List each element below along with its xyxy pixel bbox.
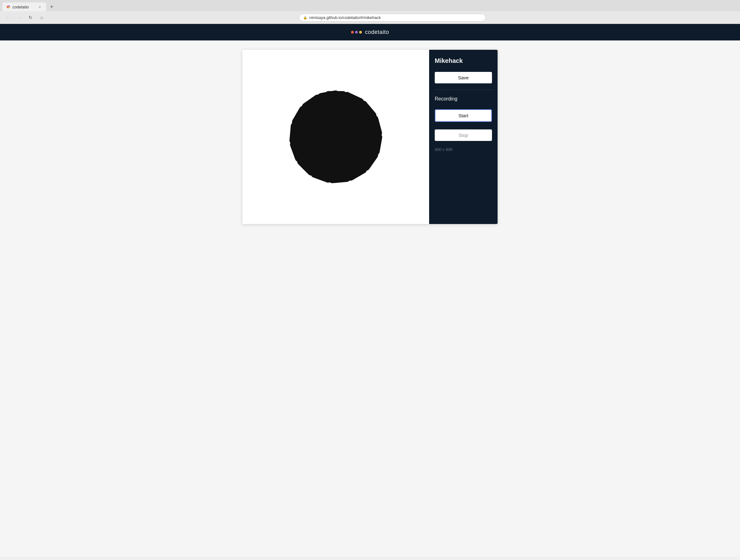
site-logo: codetaito bbox=[351, 29, 389, 35]
artwork-canvas bbox=[261, 62, 410, 211]
logo-dots bbox=[351, 31, 362, 33]
main-content: Mikehack Save Recording Start Stop 600 x… bbox=[0, 40, 740, 557]
save-button[interactable]: Save bbox=[435, 72, 492, 83]
sidebar-divider bbox=[435, 90, 492, 90]
browser-chrome: codetaito × + ← → ↻ ⌂ 🔒 nimisaya.github.… bbox=[0, 0, 740, 24]
app-container: Mikehack Save Recording Start Stop 600 x… bbox=[243, 50, 497, 224]
forward-button[interactable]: → bbox=[15, 13, 24, 22]
logo-dot-red bbox=[351, 31, 354, 33]
lock-icon: 🔒 bbox=[303, 15, 307, 20]
site-title: codetaito bbox=[365, 29, 389, 35]
refresh-button[interactable]: ↻ bbox=[26, 13, 35, 22]
address-bar[interactable]: 🔒 nimisaya.github.io/codetaito/#/mikehac… bbox=[299, 14, 486, 21]
url-text: nimisaya.github.io/codetaito/#/mikehack bbox=[309, 15, 381, 20]
site-footer: © Amanda Jarvinen, 2021 🌟 bbox=[0, 557, 740, 560]
tab-title: codetaito bbox=[12, 5, 29, 9]
canvas-area bbox=[243, 50, 429, 224]
flower-artwork bbox=[277, 78, 395, 196]
recording-label: Recording bbox=[435, 96, 492, 102]
tab-close-button[interactable]: × bbox=[37, 4, 42, 9]
canvas-size-label: 600 x 600 bbox=[435, 147, 492, 152]
logo-dot-purple bbox=[355, 31, 358, 33]
start-recording-button[interactable]: Start bbox=[435, 109, 492, 122]
flower-petals bbox=[289, 90, 383, 184]
new-tab-button[interactable]: + bbox=[47, 2, 56, 11]
tab-favicon bbox=[6, 5, 11, 9]
back-button[interactable]: ← bbox=[4, 13, 12, 22]
svg-point-18 bbox=[305, 106, 367, 168]
logo-dot-yellow bbox=[359, 31, 362, 33]
tab-bar: codetaito × + bbox=[0, 0, 740, 11]
sidebar-project-title: Mikehack bbox=[435, 57, 492, 65]
address-bar-row: ← → ↻ ⌂ 🔒 nimisaya.github.io/codetaito/#… bbox=[0, 11, 740, 24]
site-header: codetaito bbox=[0, 24, 740, 40]
home-button[interactable]: ⌂ bbox=[37, 13, 46, 22]
active-tab[interactable]: codetaito × bbox=[2, 2, 46, 11]
stop-recording-button[interactable]: Stop bbox=[435, 129, 492, 141]
sidebar-panel: Mikehack Save Recording Start Stop 600 x… bbox=[429, 50, 497, 224]
svg-point-2 bbox=[8, 7, 10, 8]
